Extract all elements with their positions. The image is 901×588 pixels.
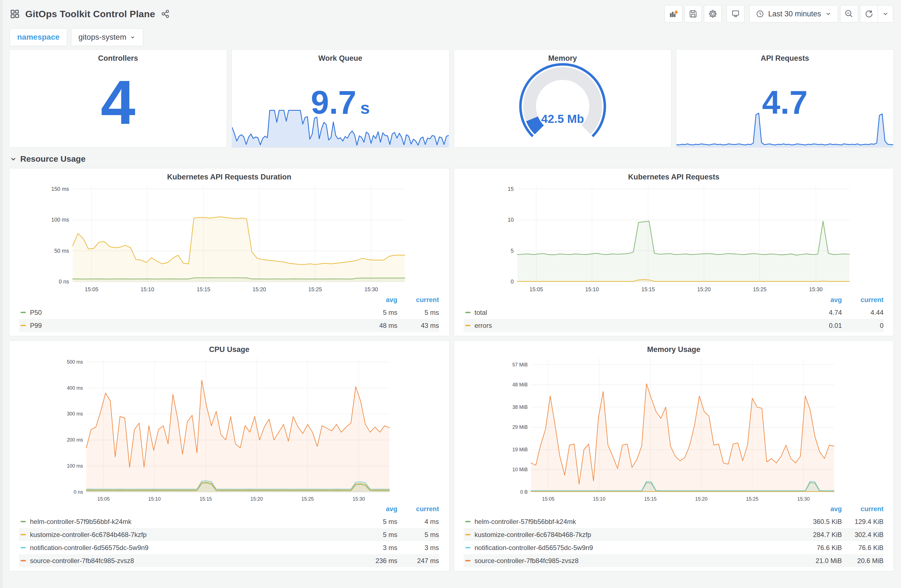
- legend: avg current total4.744.44errors0.010: [454, 295, 894, 336]
- tv-mode-button[interactable]: [727, 5, 744, 22]
- legend-row[interactable]: helm-controller-57f9b56bbf-k24mk5 ms4 ms: [19, 515, 439, 528]
- legend-row[interactable]: notification-controller-6d56575dc-5w9n97…: [463, 541, 884, 554]
- legend-header-avg[interactable]: avg: [356, 505, 398, 513]
- svg-text:15:25: 15:25: [746, 496, 758, 502]
- svg-text:100 ms: 100 ms: [67, 463, 83, 469]
- legend-header-current[interactable]: current: [398, 296, 439, 304]
- series-name: P50: [30, 309, 356, 316]
- share-icon[interactable]: [161, 9, 170, 19]
- legend-row[interactable]: helm-controller-57f9b56bbf-k24mk360.5 Ki…: [463, 515, 884, 528]
- series-current-value: 4.44: [842, 309, 884, 316]
- series-current-value: 5 ms: [398, 309, 439, 316]
- svg-text:15:25: 15:25: [309, 286, 322, 292]
- zoom-out-button[interactable]: [840, 5, 858, 22]
- charts-row-1: Kubernetes API Requests Duration 15:0515…: [9, 168, 894, 336]
- svg-text:15:30: 15:30: [809, 286, 823, 292]
- series-name: notification-controller-6d56575dc-5w9n9: [30, 544, 356, 552]
- svg-text:500 ms: 500 ms: [67, 359, 83, 365]
- svg-text:19 MiB: 19 MiB: [512, 447, 527, 453]
- series-current-value: 20.6 MiB: [842, 557, 884, 565]
- panel-title[interactable]: API Requests: [676, 50, 893, 63]
- legend-row[interactable]: kustomize-controller-6c6784b468-7kzfp284…: [463, 528, 884, 541]
- api-requests-chart-panel: Kubernetes API Requests 15:0515:1015:151…: [454, 168, 894, 336]
- series-avg-value: 5 ms: [356, 531, 398, 539]
- series-color-dash: [20, 312, 26, 313]
- series-name: helm-controller-57f9b56bbf-k24mk: [30, 518, 356, 526]
- legend: avg current P505 ms5 msP9948 ms43 ms: [9, 295, 449, 336]
- series-avg-value: 5 ms: [356, 309, 398, 316]
- work-queue-value: 9.7 s: [311, 84, 370, 121]
- series-color-dash: [465, 534, 471, 535]
- panel-title[interactable]: Kubernetes API Requests Duration: [9, 168, 449, 181]
- series-avg-value: 4.74: [800, 309, 842, 316]
- series-color-dash: [20, 560, 26, 562]
- svg-text:57 MiB: 57 MiB: [512, 362, 527, 367]
- series-name: source-controller-7fb84fc985-zvsz8: [30, 557, 356, 565]
- series-current-value: 76.6 KiB: [842, 544, 884, 552]
- svg-text:150 ms: 150 ms: [51, 186, 69, 192]
- svg-text:15: 15: [507, 186, 513, 192]
- series-current-value: 4 ms: [398, 518, 439, 526]
- dashboard-title: GitOps Toolkit Control Plane: [25, 9, 155, 19]
- series-name: kustomize-controller-6c6784b468-7kzfp: [30, 531, 356, 539]
- panel-title[interactable]: Memory: [454, 50, 672, 63]
- memory-usage-panel: Memory Usage 15:0515:1015:1515:2015:2515…: [454, 341, 894, 571]
- namespace-variable-label: namespace: [10, 28, 67, 46]
- panel-title[interactable]: CPU Usage: [9, 341, 449, 354]
- variables-row: namespace gitops-system: [9, 25, 894, 49]
- panel-title[interactable]: Kubernetes API Requests: [454, 168, 894, 181]
- svg-text:200 ms: 200 ms: [67, 437, 83, 443]
- svg-text:15:25: 15:25: [753, 286, 766, 292]
- legend-header-avg[interactable]: avg: [356, 296, 398, 304]
- series-avg-value: 236 ms: [356, 557, 398, 565]
- svg-text:100 ms: 100 ms: [51, 216, 69, 223]
- legend-header-current[interactable]: current: [398, 505, 439, 513]
- svg-text:0 ns: 0 ns: [59, 278, 69, 285]
- api-duration-chart[interactable]: 15:0515:1015:1515:2015:2515:30150 ms100 …: [9, 181, 449, 295]
- legend-row[interactable]: source-controller-7fb84fc985-zvsz8236 ms…: [19, 554, 439, 567]
- refresh-interval-dropdown[interactable]: [878, 5, 893, 22]
- add-panel-button[interactable]: [664, 5, 682, 22]
- time-range-picker[interactable]: Last 30 minutes: [750, 5, 838, 22]
- memory-usage-chart[interactable]: 15:0515:1015:1515:2015:2515:3057 MiB48 M…: [454, 354, 894, 504]
- legend-row[interactable]: source-controller-7fb84fc985-zvsz821.0 M…: [463, 554, 884, 567]
- section-resource-usage[interactable]: Resource Usage: [9, 148, 894, 168]
- series-avg-value: 360.5 KiB: [800, 518, 842, 526]
- legend-row[interactable]: total4.744.44: [463, 306, 884, 319]
- legend-row[interactable]: errors0.010: [463, 319, 884, 332]
- dashboard-header: GitOps Toolkit Control Plane: [9, 0, 894, 25]
- series-current-value: 247 ms: [398, 557, 439, 565]
- refresh-button[interactable]: [860, 5, 878, 22]
- dashboard-page: GitOps Toolkit Control Plane: [3, 0, 901, 571]
- legend-header-current[interactable]: current: [842, 296, 884, 304]
- legend-header-avg[interactable]: avg: [800, 296, 842, 304]
- api-requests-chart[interactable]: 15:0515:1015:1515:2015:2515:30151050: [454, 181, 894, 295]
- series-name: source-controller-7fb84fc985-zvsz8: [475, 557, 801, 565]
- cpu-usage-chart[interactable]: 15:0515:1015:1515:2015:2515:30500 ms400 …: [9, 354, 449, 504]
- svg-text:15:30: 15:30: [797, 496, 810, 502]
- namespace-variable-select[interactable]: gitops-system: [71, 28, 143, 46]
- panel-title[interactable]: Controllers: [9, 50, 227, 63]
- panel-title[interactable]: Memory Usage: [454, 341, 894, 354]
- legend-row[interactable]: P9948 ms43 ms: [19, 319, 439, 332]
- svg-text:0 B: 0 B: [520, 489, 528, 495]
- settings-button[interactable]: [704, 5, 722, 22]
- svg-text:15:25: 15:25: [301, 496, 314, 502]
- legend-header-avg[interactable]: avg: [800, 505, 842, 513]
- svg-text:15:05: 15:05: [542, 496, 554, 502]
- legend-row[interactable]: notification-controller-6d56575dc-5w9n93…: [19, 541, 439, 554]
- series-current-value: 302.4 KiB: [842, 531, 884, 539]
- save-dashboard-button[interactable]: [684, 5, 702, 22]
- svg-text:0: 0: [510, 278, 513, 285]
- apps-grid-icon[interactable]: [10, 9, 20, 19]
- svg-text:15:05: 15:05: [97, 496, 110, 502]
- legend-row[interactable]: kustomize-controller-6c6784b468-7kzfp5 m…: [19, 528, 439, 541]
- series-color-dash: [20, 325, 26, 326]
- svg-text:15:20: 15:20: [697, 286, 711, 292]
- legend-header-current[interactable]: current: [842, 505, 884, 513]
- panel-title[interactable]: Work Queue: [232, 50, 449, 63]
- legend-row[interactable]: P505 ms5 ms: [19, 306, 439, 319]
- svg-text:15:15: 15:15: [644, 496, 656, 502]
- svg-text:48 MiB: 48 MiB: [512, 382, 527, 387]
- series-current-value: 0: [842, 322, 884, 330]
